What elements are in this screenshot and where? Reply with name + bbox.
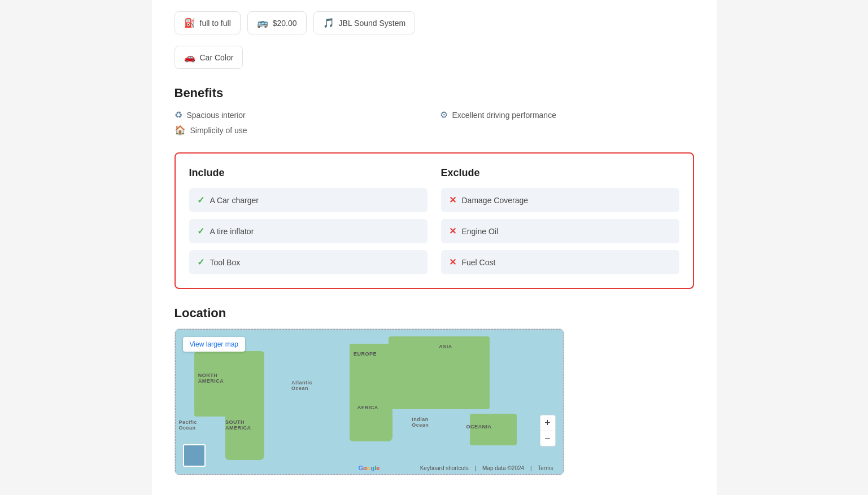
oceania-label: OCEANIA (466, 424, 492, 430)
check-icon-1: ✓ (197, 195, 204, 205)
include-car-charger: ✓ A Car charger (189, 188, 428, 212)
atlantic-ocean-label: Atlantic Ocean (291, 380, 312, 391)
x-icon-1: ✕ (449, 195, 456, 205)
map-footer-separator1: | (475, 465, 478, 471)
benefits-section: Benefits ♻ Spacious interior ⚙ Excellent… (175, 86, 694, 135)
sound-label: JBL Sound System (339, 19, 406, 28)
include-title: Include (189, 167, 428, 179)
benefits-grid: ♻ Spacious interior ⚙ Excellent driving … (175, 109, 694, 135)
map-footer: Keyboard shortcuts | Map data ©2024 | Te… (418, 465, 556, 471)
asia-label: ASIA (439, 344, 452, 349)
car-color-icon: 🚗 (184, 52, 195, 63)
include-items: ✓ A Car charger ✓ A tire inflator ✓ Tool… (189, 188, 428, 274)
page-container: ⛽ full to full 🚌 $20.00 🎵 JBL Sound Syst… (152, 0, 717, 495)
fuel-cost-label: Fuel Cost (462, 258, 496, 267)
indian-ocean-label: Indian Ocean (412, 417, 429, 428)
google-g: G (359, 465, 364, 471)
include-column: Include ✓ A Car charger ✓ A tire inflato… (189, 167, 428, 274)
include-exclude-box: Include ✓ A Car charger ✓ A tire inflato… (175, 152, 694, 289)
exclude-engine-oil: ✕ Engine Oil (441, 219, 679, 243)
zoom-out-button[interactable]: − (540, 431, 556, 446)
location-title: Location (175, 306, 694, 321)
car-color-badge: 🚗 Car Color (175, 46, 243, 69)
x-icon-3: ✕ (449, 257, 456, 268)
exclude-damage-coverage: ✕ Damage Coverage (441, 188, 679, 212)
view-larger-map-button[interactable]: View larger map (183, 337, 245, 352)
check-icon-3: ✓ (197, 257, 204, 268)
terms-link[interactable]: Terms (538, 465, 553, 471)
x-icon-2: ✕ (449, 226, 456, 236)
sound-icon: 🎵 (323, 17, 334, 28)
benefit-driving: ⚙ Excellent driving performance (440, 109, 694, 120)
car-color-label: Car Color (200, 53, 234, 62)
car-color-row: 🚗 Car Color (175, 46, 694, 69)
simplicity-icon: 🏠 (175, 125, 186, 135)
fuel-label: full to full (200, 19, 231, 28)
map-data-label: Map data ©2024 (482, 465, 524, 471)
africa-continent (350, 380, 392, 441)
driving-icon: ⚙ (440, 109, 448, 120)
map-thumbnail (183, 444, 206, 467)
google-g2: g (371, 465, 375, 471)
map-controls: + − (540, 415, 556, 446)
fuel-icon: ⛽ (184, 17, 195, 28)
google-logo: Google (359, 465, 380, 471)
fuel-badge: ⛽ full to full (175, 11, 241, 34)
location-section: Location NORTH AMERICA EUROPE AFRICA ASI… (175, 306, 694, 475)
zoom-in-button[interactable]: + (540, 415, 556, 431)
tire-inflator-label: A tire inflator (210, 227, 254, 236)
damage-coverage-label: Damage Coverage (462, 196, 529, 205)
exclude-fuel-cost: ✕ Fuel Cost (441, 250, 679, 274)
car-charger-label: A Car charger (210, 196, 259, 205)
spacious-label: Spacious interior (187, 111, 246, 120)
keyboard-shortcuts-link[interactable]: Keyboard shortcuts (420, 465, 469, 471)
north-america-label: NORTH AMERICA (198, 373, 224, 384)
sound-badge: 🎵 JBL Sound System (313, 11, 416, 34)
benefit-simplicity: 🏠 Simplicity of use (175, 125, 429, 135)
map-footer-separator2: | (530, 465, 533, 471)
google-e: e (376, 465, 380, 471)
oceania-continent (470, 414, 517, 446)
south-america-continent (225, 409, 264, 460)
engine-oil-label: Engine Oil (462, 227, 499, 236)
spacious-icon: ♻ (175, 109, 182, 120)
check-icon-2: ✓ (197, 226, 204, 236)
exclude-items: ✕ Damage Coverage ✕ Engine Oil ✕ Fuel Co… (441, 188, 679, 274)
include-tire-inflator: ✓ A tire inflator (189, 219, 428, 243)
exclude-title: Exclude (441, 167, 679, 179)
africa-label: AFRICA (357, 405, 378, 410)
exclude-column: Exclude ✕ Damage Coverage ✕ Engine Oil ✕… (441, 167, 679, 274)
price-label: $20.00 (273, 19, 297, 28)
benefits-title: Benefits (175, 86, 694, 100)
include-exclude-grid: Include ✓ A Car charger ✓ A tire inflato… (189, 167, 679, 274)
driving-label: Excellent driving performance (452, 111, 556, 120)
include-tool-box: ✓ Tool Box (189, 250, 428, 274)
europe-label: EUROPE (354, 351, 377, 357)
badges-row: ⛽ full to full 🚌 $20.00 🎵 JBL Sound Syst… (175, 11, 694, 34)
simplicity-label: Simplicity of use (190, 126, 247, 135)
map-container[interactable]: NORTH AMERICA EUROPE AFRICA ASIA SOUTH A… (175, 328, 564, 475)
south-america-label: SOUTH AMERICA (225, 419, 251, 431)
price-icon: 🚌 (257, 17, 268, 28)
pacific-ocean-label: Pacific Ocean (178, 419, 197, 431)
price-badge: 🚌 $20.00 (247, 11, 307, 34)
benefit-spacious: ♻ Spacious interior (175, 109, 429, 120)
tool-box-label: Tool Box (210, 258, 241, 267)
